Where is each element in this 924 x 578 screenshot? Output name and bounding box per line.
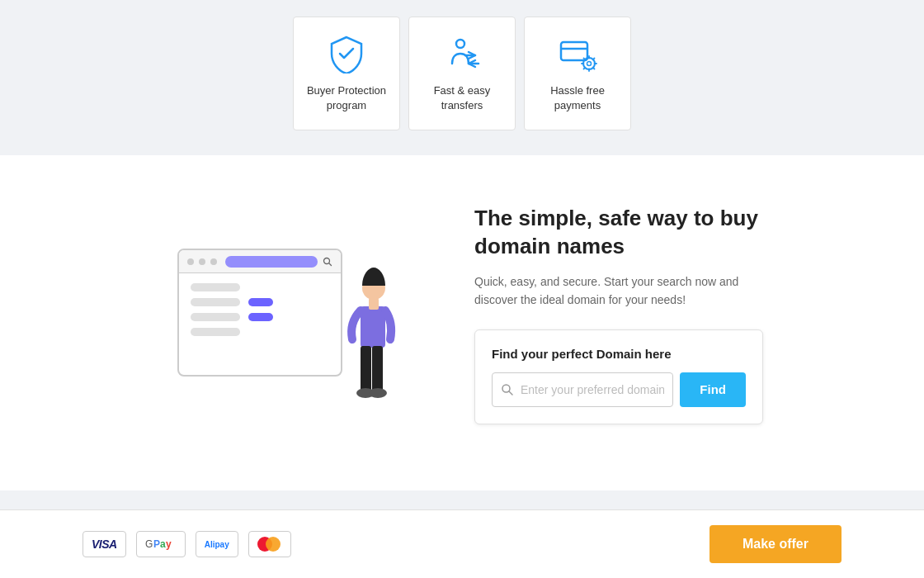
svg-line-9 xyxy=(584,59,586,60)
search-box-label: Find your perfect Domain here xyxy=(492,347,746,361)
svg-point-20 xyxy=(369,388,387,398)
svg-line-11 xyxy=(593,59,595,60)
payment-settings-icon xyxy=(558,34,597,73)
browser-bar xyxy=(179,250,341,273)
browser-dot-1 xyxy=(187,258,194,265)
browser-dot-3 xyxy=(210,258,217,265)
mastercard-payment-badge xyxy=(248,531,291,557)
payment-logos: VISA G P a y Alipay xyxy=(82,531,291,557)
svg-text:a: a xyxy=(160,538,166,550)
feature-label-fast-easy: Fast & easy transfers xyxy=(422,83,502,113)
browser-search-icon xyxy=(323,257,332,267)
svg-line-10 xyxy=(593,68,595,69)
browser-content-bar xyxy=(191,328,240,336)
svg-text:G: G xyxy=(145,538,153,550)
gpay-payment-badge: G P a y xyxy=(136,531,186,557)
alipay-payment-badge: Alipay xyxy=(196,531,238,557)
svg-point-0 xyxy=(456,40,464,48)
browser-content-accent xyxy=(248,313,273,321)
transfer-icon xyxy=(442,34,482,73)
find-button[interactable]: Find xyxy=(680,372,746,407)
search-input-row: Find xyxy=(492,372,746,407)
svg-text:P: P xyxy=(153,538,160,550)
illustration-wrapper xyxy=(161,224,408,405)
make-offer-button[interactable]: Make offer xyxy=(710,525,842,563)
svg-text:y: y xyxy=(166,538,172,550)
feature-label-buyer-protection: Buyer Protection program xyxy=(306,83,387,113)
browser-content xyxy=(179,273,341,346)
domain-subtitle: Quick, easy, and secure. Start your sear… xyxy=(474,272,763,310)
domain-search-input[interactable] xyxy=(521,383,664,396)
domain-info: The simple, safe way to buy domain names… xyxy=(474,205,763,424)
svg-point-4 xyxy=(587,62,592,66)
svg-rect-18 xyxy=(372,346,383,391)
person-illustration xyxy=(342,257,400,405)
gpay-icon: G P a y xyxy=(145,537,177,552)
feature-card-hassle-free: Hassle free payments xyxy=(524,17,631,130)
browser-mockup xyxy=(177,249,342,377)
alipay-label: Alipay xyxy=(205,540,229,549)
svg-line-12 xyxy=(584,68,586,69)
browser-search-bar xyxy=(225,256,318,268)
feature-card-fast-easy: Fast & easy transfers xyxy=(408,17,516,130)
features-section: Buyer Protection program Fast & easy tra… xyxy=(0,0,924,155)
domain-title: The simple, safe way to buy domain names xyxy=(474,205,763,261)
shield-check-icon xyxy=(327,34,366,73)
search-box-container: Find your perfect Domain here Find xyxy=(474,329,763,424)
svg-line-23 xyxy=(509,391,512,395)
feature-cards-wrapper: Buyer Protection program Fast & easy tra… xyxy=(289,17,635,130)
main-section: The simple, safe way to buy domain names… xyxy=(0,155,924,490)
search-icon xyxy=(501,383,514,396)
browser-content-bar xyxy=(191,298,240,306)
feature-label-hassle-free: Hassle free payments xyxy=(537,83,618,113)
footer-bar: VISA G P a y Alipay Make offer xyxy=(0,509,924,578)
browser-dot-2 xyxy=(199,258,205,265)
browser-content-bar xyxy=(191,313,240,321)
visa-label: VISA xyxy=(92,538,117,551)
browser-content-accent xyxy=(248,298,273,306)
visa-payment-badge: VISA xyxy=(82,531,126,557)
search-input-wrapper xyxy=(492,372,673,407)
svg-line-14 xyxy=(329,263,332,265)
svg-rect-21 xyxy=(369,298,379,310)
browser-content-bar xyxy=(191,283,240,291)
svg-rect-17 xyxy=(361,346,371,391)
feature-card-buyer-protection: Buyer Protection program xyxy=(293,17,400,130)
svg-rect-16 xyxy=(361,306,385,348)
